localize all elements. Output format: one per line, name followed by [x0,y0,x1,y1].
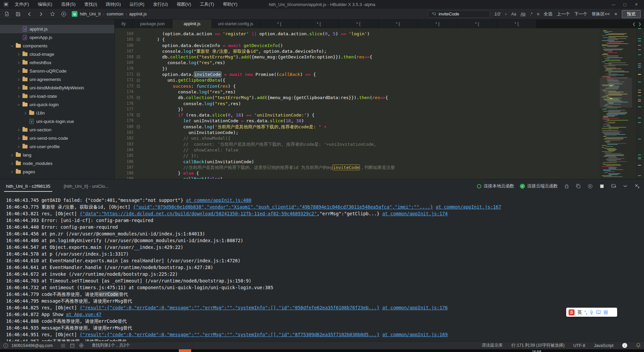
console-link[interactable]: at App.vue:47 [66,312,102,317]
local-cloud-status[interactable]: 连接本地云函数 [477,183,514,189]
next-match-button[interactable]: 下一个 [574,11,587,17]
match-case-toggle[interactable]: Aa [511,12,516,16]
console-link[interactable]: {"result":{"code":0,"errCode":0,"message… [79,305,379,310]
sidebar-item-uni-send-sms-code[interactable]: uni-send-sms-code [0,134,114,142]
fold-marker-icon[interactable]: − [136,83,141,89]
menu-e[interactable]: 编辑(E) [35,0,56,8]
fold-marker-icon[interactable]: − [136,37,141,42]
code-line[interactable]: 189 callBack(false) [115,176,600,179]
menu-r[interactable]: 运行(R) [126,0,148,8]
chevron-down-icon[interactable] [16,103,21,106]
chevron-right-icon[interactable] [16,95,21,98]
stop-icon[interactable] [599,183,605,189]
code-line[interactable]: 181 uniInvitationCode); [115,130,600,135]
keyboard-icon[interactable] [596,310,601,314]
menu-f[interactable]: 文件(F) [11,0,33,8]
code-line[interactable]: 175− db.collection("testErrorMsg").add({… [115,95,600,100]
console-link[interactable]: at common/appInit.js:480 [186,197,251,203]
console-link[interactable]: at common/appInit.js:176 [382,305,448,310]
chevron-right-icon[interactable] [9,162,15,165]
sidebar-item-openapp-js[interactable]: JopenApp.js [0,33,114,42]
code-line[interactable]: 176 console.log("res",res) [115,101,600,106]
code-line[interactable]: 165− ) { [115,37,600,42]
code-editor[interactable]: 164 (option.data.action == 'register' ||… [115,28,644,179]
code-line[interactable]: 180− console.log('当前用户是其他用户推荐下载的,推荐者的cod… [115,124,600,130]
console-link[interactable]: {"result":{"code":0,"errCode":0,"message… [79,332,379,337]
debug-bug-icon[interactable] [564,183,570,189]
console-tab-hith-uni-ii-c2f98135[interactable]: hith_Uni_II - c2f98135 [4,181,52,192]
code-line[interactable]: 187 //当前用户是其他用户推荐下载的。这里登记他的推荐者id 为当前用户的m… [115,165,600,170]
sidebar-item-uni-user-profile[interactable]: uni-user-profile [0,142,114,151]
chevron-right-icon[interactable] [16,86,21,90]
editor-tab-unsaved-10[interactable]: * { [497,19,537,28]
code-line[interactable]: 186 callBack(uniInvitationCode) [115,159,600,165]
code-line[interactable]: 178− if (res.data.slice(0, 18) == 'uniIn… [115,112,600,118]
sidebar-item-i18n[interactable]: i18n [0,109,114,117]
whole-word-toggle[interactable]: Ab [521,12,526,16]
cursor-position-status[interactable]: 行:171 列:39 (10字符被选择) [512,343,565,348]
chevron-right-icon[interactable] [16,128,21,132]
tab-scroll-right-icon[interactable]: ❯ [638,22,641,26]
sidebar-item-components[interactable]: components [0,42,114,50]
console-link[interactable]: at common/appInit.js:167 [436,204,501,210]
code-lines[interactable]: 164 (option.data.action == 'register' ||… [115,28,600,179]
code-line[interactable]: 182 // uni.showModal({ [115,135,600,141]
prev-match-button[interactable]: 上一个 [557,11,570,17]
console-link[interactable]: {"uuid":"079d98c6e1d0b838","vendor":"Xia… [133,204,433,210]
menu-v[interactable]: 视图(V) [173,0,194,8]
syntax-lib-status[interactable]: 语法提示库 [482,343,503,348]
run-play-icon[interactable] [587,183,593,189]
console-link[interactable]: at common/appInit.js:174 [382,211,448,216]
sidebar-item-refreshbox[interactable]: refreshBox [0,58,114,67]
editor-tab-uni-starter-config-js[interactable]: uni-starter.config.js [212,19,260,28]
breadcrumb-folder[interactable]: common [107,11,123,16]
sidebar-item-uni-section[interactable]: uni-section [0,126,114,134]
console-link[interactable]: at common/appInit.js:169 [382,332,448,337]
minimap[interactable] [600,28,644,179]
forward-icon[interactable] [38,11,44,17]
menu-s[interactable]: 选择(S) [58,0,79,8]
chevron-down-icon[interactable] [9,45,15,47]
ime-language-mode[interactable]: 英 [577,309,582,315]
editor-tab-unsaved-8[interactable]: * { [418,19,458,28]
encoding-status[interactable]: UTF-8 [573,343,585,348]
sidebar-item-uni-bindmobilebympweixin[interactable]: uni-bindMobileByMpWeixin [0,84,114,92]
fold-marker-icon[interactable]: − [136,95,141,100]
chevron-right-icon[interactable] [16,61,21,64]
chevron-right-icon[interactable] [16,145,21,148]
code-line[interactable]: 167 console.log("重新登 录/注册, 获取设备id", opti… [115,48,600,54]
sidebar-item-appinit-js[interactable]: JappInit.js [0,25,114,33]
code-line[interactable]: 172− uni.getClipboardData({ [115,77,600,83]
editor-tab-unsaved-4[interactable]: * { [260,19,299,28]
breadcrumb-file[interactable]: appInit.js [129,11,147,16]
collapse-panel-icon[interactable] [622,183,628,189]
code-line[interactable]: 185 // }); [115,153,600,159]
console-log[interactable]: 16:46:43.745 getOAID failed: {"code":401… [0,193,644,341]
console-link[interactable]: {"data":"https://ide.dcloud.net.cn/build… [79,211,317,216]
sidebar-item-uni-agreements[interactable]: uni-agreements [0,75,114,84]
save-icon[interactable] [15,11,21,17]
code-line[interactable]: 164 (option.data.action == 'register' ||… [115,31,600,37]
favorite-star-icon[interactable] [49,11,56,17]
fold-marker-icon[interactable]: − [136,54,141,60]
search-input[interactable]: inviteCode [428,10,490,18]
chevron-right-icon[interactable] [16,53,21,56]
sidebar-item-uni-load-state[interactable]: uni-load-state [0,92,114,100]
chevron-right-icon[interactable] [9,170,15,174]
close-icon[interactable]: ✕ [631,1,641,8]
fold-marker-icon[interactable]: − [136,112,141,118]
close-panel-icon[interactable] [634,183,640,189]
minimize-icon[interactable]: — [608,1,619,8]
fold-marker-icon[interactable]: − [136,72,141,77]
maximize-icon[interactable]: ▢ [620,1,630,8]
chevron-right-icon[interactable] [23,112,28,115]
copy-icon[interactable] [575,183,581,189]
chevron-down-icon[interactable]: ∨ [505,12,507,16]
sidebar-item-lang[interactable]: lang [0,151,114,159]
console-tab--hith-uni-ii-uniclo-[interactable]: [hith_Uni_II] - uniClo... [62,181,111,192]
ime-punctuation-icon[interactable]: ’, [585,310,587,315]
sidebar-item-uni-quick-login[interactable]: uni-quick-login [0,100,114,109]
terminal-icon[interactable] [610,183,616,189]
code-line[interactable]: 183 // content: '当前用户是其他用户推荐下载的, 推荐者的cod… [115,141,600,147]
in-selection-toggle[interactable]: ≡ [537,12,539,16]
